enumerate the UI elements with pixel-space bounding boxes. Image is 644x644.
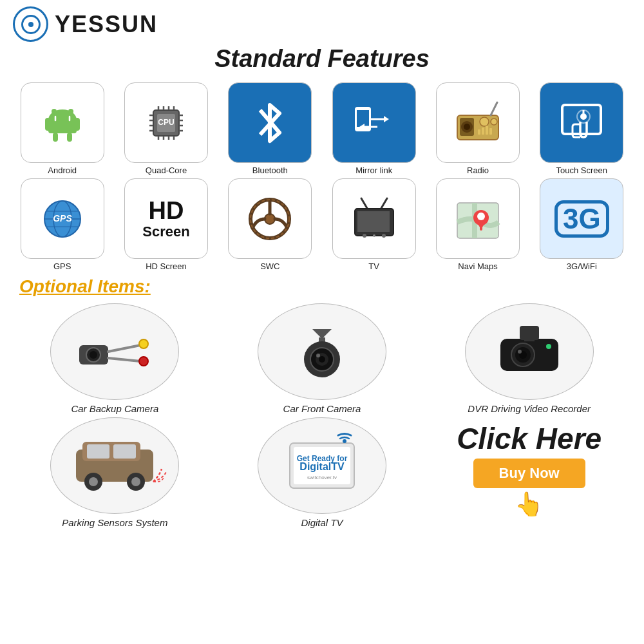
- svg-point-65: [382, 234, 386, 238]
- swc-icon-box: [228, 178, 312, 259]
- hd-screen-label: HD Screen: [146, 261, 187, 271]
- mirror-link-icon: [348, 97, 400, 149]
- svg-rect-5: [75, 118, 80, 131]
- touch-screen-icon: [556, 97, 607, 149]
- hand-pointer-icon: 👆: [515, 491, 544, 518]
- logo-dot: [28, 22, 33, 27]
- svg-marker-32: [384, 116, 389, 122]
- optional-parking: Parking Sensors System: [13, 417, 217, 528]
- svg-line-61: [381, 198, 387, 209]
- android-icon-box: [21, 82, 104, 163]
- logo-inner: [21, 15, 41, 34]
- svg-rect-43: [482, 128, 484, 135]
- navi-maps-label: Navi Maps: [458, 261, 497, 271]
- 3g-text: 3G: [554, 200, 609, 238]
- svg-text:switchover.tv: switchover.tv: [307, 475, 337, 480]
- svg-rect-4: [45, 118, 50, 131]
- hd-text: HD Screen: [142, 198, 189, 240]
- feature-tv: TV: [325, 178, 423, 271]
- svg-rect-63: [357, 211, 390, 232]
- backup-camera-icon-box: [50, 303, 179, 400]
- svg-rect-45: [489, 128, 492, 135]
- tv-icon: [348, 193, 400, 245]
- radio-icon-box: [436, 82, 520, 163]
- parking-sensors-icon: [60, 430, 169, 501]
- svg-point-38: [464, 124, 470, 130]
- optional-title: Optional Items:: [19, 276, 151, 296]
- parking-label: Parking Sensors System: [62, 517, 167, 528]
- gps-icon: GPS: [37, 193, 88, 245]
- svg-rect-6: [53, 133, 58, 142]
- svg-point-39: [480, 117, 489, 126]
- android-icon: [37, 97, 88, 149]
- svg-point-88: [518, 350, 522, 354]
- features-row2: GPS GPS HD Screen HD Screen: [13, 178, 631, 271]
- svg-point-76: [139, 339, 148, 348]
- feature-touch-screen: Touch Screen: [533, 82, 631, 175]
- android-label: Android: [48, 166, 77, 175]
- bluetooth-label: Bluetooth: [252, 166, 288, 175]
- dtv-icon-box: Get Ready for DigitalTV switchover.tv: [258, 417, 386, 514]
- svg-point-83: [316, 354, 320, 357]
- front-camera-icon: [280, 319, 364, 384]
- swc-label: SWC: [260, 261, 279, 271]
- feature-bluetooth: Bluetooth: [221, 82, 319, 175]
- svg-rect-44: [486, 126, 488, 135]
- feature-navi-maps: Navi Maps: [428, 178, 527, 271]
- svg-line-75: [108, 358, 140, 361]
- page-title: Standard Features: [13, 45, 631, 73]
- radio-label: Radio: [467, 166, 489, 175]
- svg-rect-30: [357, 110, 369, 127]
- radio-icon: [452, 97, 504, 149]
- front-camera-icon-box: [258, 303, 386, 400]
- optional-dvr: DVR Driving Video Recorder: [427, 303, 631, 414]
- brand-name: YESSUN: [55, 11, 158, 38]
- feature-radio: Radio: [428, 82, 527, 175]
- svg-point-69: [477, 213, 485, 220]
- optional-row2: Parking Sensors System Get Ready for Dig…: [13, 417, 631, 528]
- tv-label: TV: [368, 261, 379, 271]
- svg-rect-91: [524, 337, 535, 341]
- buy-now-button[interactable]: Buy Now: [473, 459, 585, 488]
- header: YESSUN: [13, 6, 631, 42]
- gps-label: GPS: [53, 261, 71, 271]
- tv-icon-box: [332, 178, 416, 259]
- svg-rect-95: [113, 444, 136, 459]
- optional-front-camera: Car Front Camera: [220, 303, 424, 414]
- navi-maps-icon: [452, 193, 504, 245]
- svg-point-73: [90, 351, 97, 359]
- svg-point-47: [580, 113, 587, 120]
- parking-icon-box: [50, 417, 179, 514]
- backup-camera-icon: [70, 319, 160, 384]
- svg-line-74: [108, 345, 140, 352]
- svg-rect-7: [67, 133, 72, 142]
- touch-icon-box: [540, 82, 623, 163]
- bluetooth-icon-box: [228, 82, 312, 163]
- svg-text:DigitalTV: DigitalTV: [299, 461, 345, 472]
- 3g-icon-box: 3G: [540, 178, 623, 259]
- feature-mirror-link: Mirror link: [325, 82, 423, 175]
- svg-rect-42: [478, 129, 480, 135]
- mirror-icon-box: [332, 82, 416, 163]
- optional-row1: Car Backup Camera Car Front Camera: [13, 303, 631, 414]
- digital-tv-icon: Get Ready for DigitalTV switchover.tv: [277, 430, 367, 501]
- feature-3g-wifi: 3G 3G/WiFi: [533, 178, 631, 271]
- optional-digital-tv: Get Ready for DigitalTV switchover.tv Di…: [220, 417, 424, 528]
- cta-block: Click Here Buy Now 👆: [427, 417, 631, 528]
- svg-point-105: [343, 439, 346, 443]
- gps-icon-box: GPS: [21, 178, 104, 259]
- dvr-icon: [484, 319, 574, 384]
- bluetooth-icon: [251, 97, 289, 149]
- svg-rect-94: [87, 444, 109, 459]
- map-icon-box: [436, 178, 520, 259]
- dvr-icon-box: [465, 303, 594, 400]
- 3g-label: 3G/WiFi: [567, 261, 597, 271]
- dvr-label: DVR Driving Video Recorder: [468, 403, 591, 414]
- svg-text:GPS: GPS: [53, 213, 72, 223]
- cpu-icon-box: CPU: [124, 82, 208, 163]
- touch-screen-label: Touch Screen: [556, 166, 608, 175]
- optional-section-title: Optional Items:: [19, 276, 631, 297]
- svg-point-99: [131, 477, 140, 486]
- svg-line-41: [491, 102, 497, 115]
- cpu-icon: CPU: [140, 97, 192, 149]
